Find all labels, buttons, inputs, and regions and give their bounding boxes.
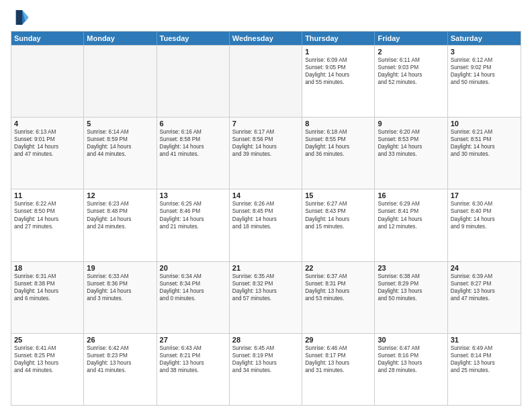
day-number: 23	[378, 264, 444, 272]
day-number: 5	[87, 120, 153, 128]
day-cell-25: 25Sunrise: 6:41 AM Sunset: 8:25 PM Dayli…	[11, 334, 84, 405]
day-info: Sunrise: 6:16 AM Sunset: 8:58 PM Dayligh…	[160, 128, 226, 158]
day-cell-28: 28Sunrise: 6:45 AM Sunset: 8:19 PM Dayli…	[230, 334, 302, 405]
day-cell-22: 22Sunrise: 6:37 AM Sunset: 8:31 PM Dayli…	[302, 262, 375, 333]
day-number: 24	[451, 264, 518, 272]
day-info: Sunrise: 6:37 AM Sunset: 8:31 PM Dayligh…	[305, 273, 371, 302]
day-cell-12: 12Sunrise: 6:23 AM Sunset: 8:48 PM Dayli…	[84, 189, 157, 261]
calendar-header: SundayMondayTuesdayWednesdayThursdayFrid…	[11, 32, 521, 45]
page: SundayMondayTuesdayWednesdayThursdayFrid…	[0, 0, 532, 411]
day-info: Sunrise: 6:49 AM Sunset: 8:14 PM Dayligh…	[451, 345, 518, 374]
header-day-tuesday: Tuesday	[157, 32, 230, 45]
week-row-3: 18Sunrise: 6:31 AM Sunset: 8:38 PM Dayli…	[11, 261, 521, 333]
week-row-1: 4Sunrise: 6:13 AM Sunset: 9:01 PM Daylig…	[11, 117, 521, 189]
day-cell-27: 27Sunrise: 6:43 AM Sunset: 8:21 PM Dayli…	[157, 334, 230, 405]
week-row-0: 1Sunrise: 6:09 AM Sunset: 9:05 PM Daylig…	[11, 45, 521, 117]
day-number: 17	[451, 191, 518, 199]
day-info: Sunrise: 6:30 AM Sunset: 8:40 PM Dayligh…	[451, 200, 518, 230]
day-cell-8: 8Sunrise: 6:18 AM Sunset: 8:55 PM Daylig…	[302, 118, 375, 189]
day-number: 1	[305, 48, 371, 56]
day-number: 16	[378, 191, 444, 199]
day-cell-19: 19Sunrise: 6:33 AM Sunset: 8:36 PM Dayli…	[84, 262, 157, 333]
day-cell-20: 20Sunrise: 6:34 AM Sunset: 8:34 PM Dayli…	[157, 262, 230, 333]
day-info: Sunrise: 6:23 AM Sunset: 8:48 PM Dayligh…	[87, 200, 153, 230]
day-cell-7: 7Sunrise: 6:17 AM Sunset: 8:56 PM Daylig…	[230, 118, 302, 189]
day-info: Sunrise: 6:46 AM Sunset: 8:17 PM Dayligh…	[305, 345, 371, 374]
day-cell-9: 9Sunrise: 6:20 AM Sunset: 8:53 PM Daylig…	[375, 118, 447, 189]
day-number: 2	[378, 48, 444, 56]
day-cell-1: 1Sunrise: 6:09 AM Sunset: 9:05 PM Daylig…	[302, 46, 375, 117]
day-info: Sunrise: 6:22 AM Sunset: 8:50 PM Dayligh…	[14, 200, 81, 230]
day-cell-13: 13Sunrise: 6:25 AM Sunset: 8:46 PM Dayli…	[157, 189, 230, 261]
header-day-thursday: Thursday	[302, 32, 375, 45]
day-number: 27	[160, 336, 226, 344]
day-info: Sunrise: 6:21 AM Sunset: 8:51 PM Dayligh…	[451, 128, 518, 158]
day-cell-2: 2Sunrise: 6:11 AM Sunset: 9:03 PM Daylig…	[375, 46, 447, 117]
day-number: 30	[378, 336, 444, 344]
day-info: Sunrise: 6:39 AM Sunset: 8:27 PM Dayligh…	[451, 273, 518, 302]
day-info: Sunrise: 6:31 AM Sunset: 8:38 PM Dayligh…	[14, 273, 81, 302]
day-cell-21: 21Sunrise: 6:35 AM Sunset: 8:32 PM Dayli…	[230, 262, 302, 333]
day-info: Sunrise: 6:14 AM Sunset: 8:59 PM Dayligh…	[87, 128, 153, 158]
empty-cell	[84, 46, 157, 117]
day-info: Sunrise: 6:47 AM Sunset: 8:16 PM Dayligh…	[378, 345, 444, 374]
day-info: Sunrise: 6:43 AM Sunset: 8:21 PM Dayligh…	[160, 345, 226, 374]
day-cell-29: 29Sunrise: 6:46 AM Sunset: 8:17 PM Dayli…	[302, 334, 375, 405]
logo-icon	[11, 8, 30, 27]
day-info: Sunrise: 6:13 AM Sunset: 9:01 PM Dayligh…	[14, 128, 81, 158]
day-number: 7	[232, 120, 299, 128]
week-row-4: 25Sunrise: 6:41 AM Sunset: 8:25 PM Dayli…	[11, 333, 521, 405]
header	[11, 8, 521, 27]
day-number: 15	[305, 191, 371, 199]
week-row-2: 11Sunrise: 6:22 AM Sunset: 8:50 PM Dayli…	[11, 189, 521, 261]
header-day-saturday: Saturday	[448, 32, 521, 45]
calendar: SundayMondayTuesdayWednesdayThursdayFrid…	[11, 31, 521, 406]
day-cell-18: 18Sunrise: 6:31 AM Sunset: 8:38 PM Dayli…	[11, 262, 84, 333]
day-number: 10	[451, 120, 518, 128]
day-info: Sunrise: 6:11 AM Sunset: 9:03 PM Dayligh…	[378, 56, 444, 86]
day-info: Sunrise: 6:29 AM Sunset: 8:41 PM Dayligh…	[378, 200, 444, 230]
day-cell-10: 10Sunrise: 6:21 AM Sunset: 8:51 PM Dayli…	[448, 118, 521, 189]
day-number: 11	[14, 191, 81, 199]
day-cell-11: 11Sunrise: 6:22 AM Sunset: 8:50 PM Dayli…	[11, 189, 84, 261]
day-cell-31: 31Sunrise: 6:49 AM Sunset: 8:14 PM Dayli…	[448, 334, 521, 405]
day-cell-4: 4Sunrise: 6:13 AM Sunset: 9:01 PM Daylig…	[11, 118, 84, 189]
header-day-wednesday: Wednesday	[230, 32, 302, 45]
day-number: 3	[451, 48, 518, 56]
day-number: 4	[14, 120, 81, 128]
calendar-body: 1Sunrise: 6:09 AM Sunset: 9:05 PM Daylig…	[11, 45, 521, 405]
day-number: 18	[14, 264, 81, 272]
day-info: Sunrise: 6:12 AM Sunset: 9:02 PM Dayligh…	[451, 56, 518, 86]
day-cell-3: 3Sunrise: 6:12 AM Sunset: 9:02 PM Daylig…	[448, 46, 521, 117]
day-number: 12	[87, 191, 153, 199]
empty-cell	[230, 46, 302, 117]
header-day-monday: Monday	[84, 32, 157, 45]
day-number: 28	[232, 336, 299, 344]
day-number: 21	[232, 264, 299, 272]
day-number: 9	[378, 120, 444, 128]
empty-cell	[157, 46, 230, 117]
day-info: Sunrise: 6:27 AM Sunset: 8:43 PM Dayligh…	[305, 200, 371, 230]
day-number: 25	[14, 336, 81, 344]
day-cell-16: 16Sunrise: 6:29 AM Sunset: 8:41 PM Dayli…	[375, 189, 447, 261]
day-number: 26	[87, 336, 153, 344]
empty-cell	[11, 46, 84, 117]
day-number: 13	[160, 191, 226, 199]
header-day-sunday: Sunday	[11, 32, 84, 45]
day-cell-23: 23Sunrise: 6:38 AM Sunset: 8:29 PM Dayli…	[375, 262, 447, 333]
day-info: Sunrise: 6:25 AM Sunset: 8:46 PM Dayligh…	[160, 200, 226, 230]
day-cell-15: 15Sunrise: 6:27 AM Sunset: 8:43 PM Dayli…	[302, 189, 375, 261]
day-cell-14: 14Sunrise: 6:26 AM Sunset: 8:45 PM Dayli…	[230, 189, 302, 261]
day-number: 29	[305, 336, 371, 344]
day-cell-6: 6Sunrise: 6:16 AM Sunset: 8:58 PM Daylig…	[157, 118, 230, 189]
header-day-friday: Friday	[375, 32, 447, 45]
day-number: 31	[451, 336, 518, 344]
day-info: Sunrise: 6:41 AM Sunset: 8:25 PM Dayligh…	[14, 345, 81, 374]
day-cell-17: 17Sunrise: 6:30 AM Sunset: 8:40 PM Dayli…	[448, 189, 521, 261]
day-number: 8	[305, 120, 371, 128]
day-number: 14	[232, 191, 299, 199]
day-info: Sunrise: 6:09 AM Sunset: 9:05 PM Dayligh…	[305, 56, 371, 86]
day-info: Sunrise: 6:35 AM Sunset: 8:32 PM Dayligh…	[232, 273, 299, 302]
day-number: 20	[160, 264, 226, 272]
svg-marker-1	[16, 10, 22, 25]
